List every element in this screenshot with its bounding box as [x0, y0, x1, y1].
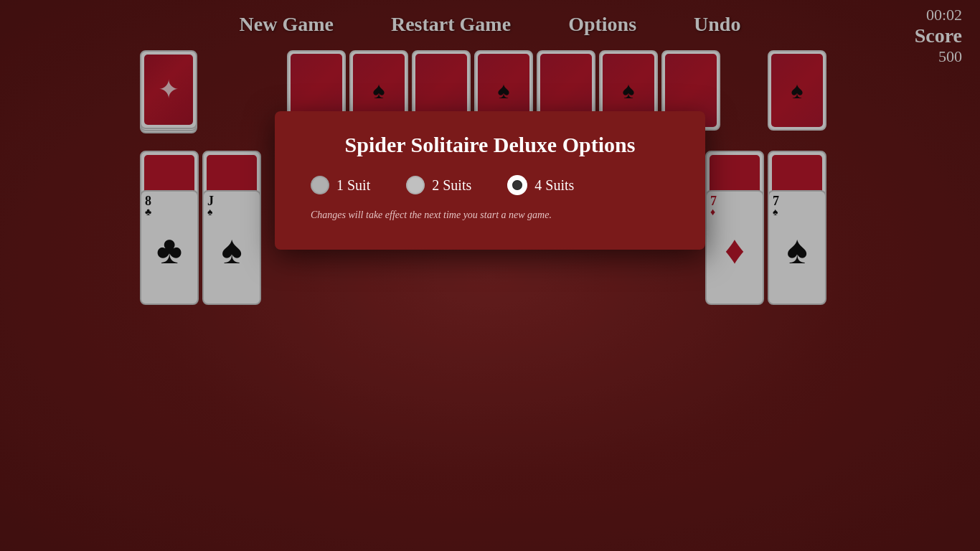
radio-option-4suits[interactable]: 4 Suits	[507, 175, 574, 195]
radio-circle-1suit[interactable]	[311, 176, 329, 194]
modal-overlay[interactable]: Spider Solitaire Deluxe Options 1 Suit 2…	[0, 0, 980, 551]
radio-option-1suit[interactable]: 1 Suit	[311, 176, 370, 194]
suits-options-row: 1 Suit 2 Suits 4 Suits	[303, 175, 677, 195]
modal-title: Spider Solitaire Deluxe Options	[303, 133, 677, 157]
radio-label-2suits: 2 Suits	[432, 177, 471, 194]
radio-option-2suits[interactable]: 2 Suits	[406, 176, 471, 194]
options-notice: Changes will take effect the next time y…	[303, 209, 677, 221]
radio-label-4suits: 4 Suits	[534, 177, 574, 194]
options-modal: Spider Solitaire Deluxe Options 1 Suit 2…	[275, 111, 705, 250]
radio-circle-2suits[interactable]	[406, 176, 425, 194]
radio-label-1suit: 1 Suit	[336, 177, 370, 194]
game-layout: New Game Restart Game Options Undo 00:02…	[0, 0, 980, 551]
radio-circle-4suits[interactable]	[507, 175, 527, 195]
